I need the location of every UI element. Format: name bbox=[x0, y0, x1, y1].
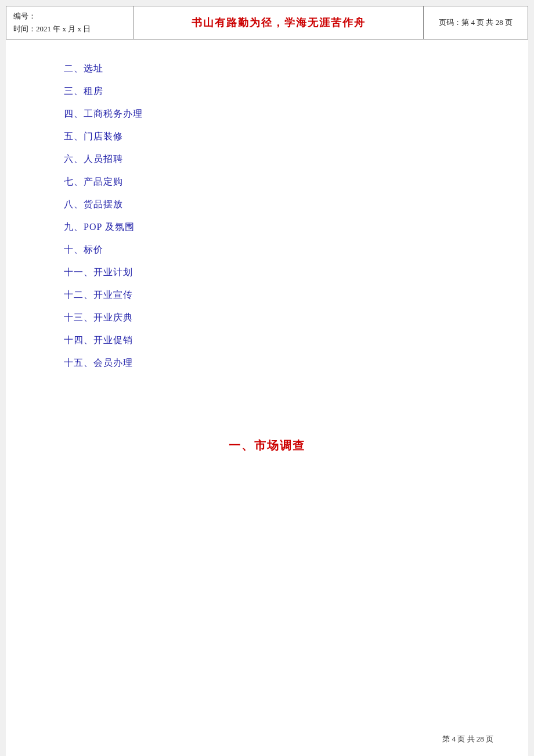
header-date-label: 时间：2021 年 x 月 x 日 bbox=[13, 24, 91, 33]
toc-item-12: 十三、开业庆典 bbox=[64, 312, 482, 324]
toc-item-9: 十、标价 bbox=[64, 244, 482, 256]
toc-item-1: 二、选址 bbox=[64, 63, 482, 75]
header-motto: 书山有路勤为径，学海无涯苦作舟 bbox=[192, 17, 366, 28]
toc-item-11: 十二、开业宣传 bbox=[64, 289, 482, 301]
toc-item-10: 十一、开业计划 bbox=[64, 267, 482, 279]
chapter-section: 一、市场调查 bbox=[6, 391, 528, 465]
toc-item-4: 五、门店装修 bbox=[64, 131, 482, 143]
header-page-number: 页码：第 4 页 共 28 页 bbox=[439, 18, 513, 27]
toc-item-8: 九、POP 及氛围 bbox=[64, 221, 482, 233]
document-page: 编号： 时间：2021 年 x 月 x 日 书山有路勤为径，学海无涯苦作舟 页码… bbox=[6, 6, 528, 756]
header-left-cell: 编号： 时间：2021 年 x 月 x 日 bbox=[6, 6, 134, 39]
header-right-cell: 页码：第 4 页 共 28 页 bbox=[424, 6, 528, 39]
footer: 第 4 页 共 28 页 bbox=[442, 734, 493, 744]
header-center-cell: 书山有路勤为径，学海无涯苦作舟 bbox=[134, 6, 424, 39]
toc-item-6: 七、产品定购 bbox=[64, 176, 482, 188]
header-table: 编号： 时间：2021 年 x 月 x 日 书山有路勤为径，学海无涯苦作舟 页码… bbox=[6, 6, 528, 39]
header-number-label: 编号： bbox=[13, 12, 36, 20]
toc-section: 二、选址三、租房四、工商税务办理五、门店装修六、人员招聘七、产品定购八、货品摆放… bbox=[6, 39, 528, 391]
toc-item-14: 十五、会员办理 bbox=[64, 357, 482, 369]
toc-item-5: 六、人员招聘 bbox=[64, 153, 482, 165]
toc-item-7: 八、货品摆放 bbox=[64, 199, 482, 211]
chapter-title: 一、市场调查 bbox=[229, 439, 305, 452]
toc-item-13: 十四、开业促销 bbox=[64, 334, 482, 347]
footer-page-number: 第 4 页 共 28 页 bbox=[442, 735, 493, 743]
toc-item-2: 三、租房 bbox=[64, 85, 482, 98]
toc-item-3: 四、工商税务办理 bbox=[64, 108, 482, 120]
